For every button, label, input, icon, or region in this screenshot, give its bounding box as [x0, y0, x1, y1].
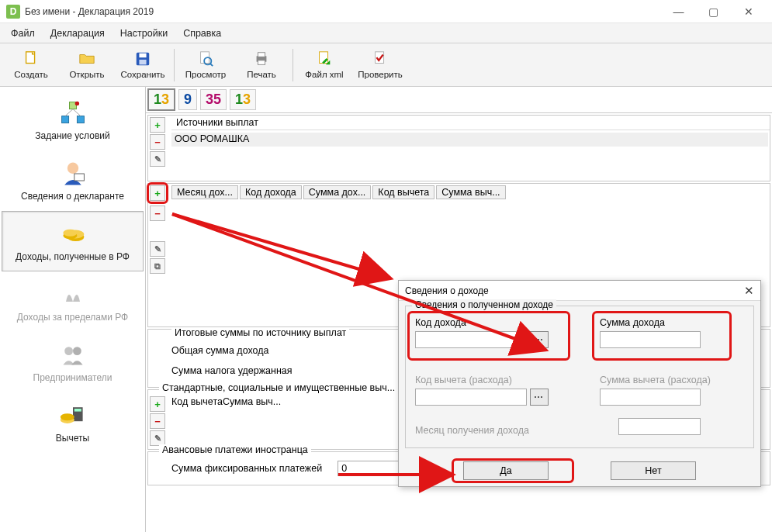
toolbar-xml[interactable]: Файл xml [296, 46, 352, 85]
toolbar-print-label: Печать [247, 70, 276, 79]
sources-header: Источники выплат [171, 116, 770, 130]
svg-point-17 [74, 102, 78, 105]
print-icon [251, 50, 272, 67]
window-controls: — ▢ ✕ [661, 0, 766, 23]
income-code-input[interactable] [415, 331, 527, 348]
svg-rect-27 [74, 409, 81, 412]
source-row-1[interactable]: ООО РОМАШКА [171, 133, 768, 147]
col-income-sum[interactable]: Сумма дох... [303, 185, 372, 199]
svg-rect-2 [139, 54, 146, 58]
dialog-cancel-button[interactable]: Нет [611, 461, 696, 480]
deduction-sum-label: Сумма вычета (расхода) [600, 375, 711, 385]
nav-income-foreign-label: Доходы за пределами РФ [17, 312, 128, 323]
income-foreign-icon [59, 281, 87, 309]
maximize-button[interactable]: ▢ [696, 0, 731, 23]
toolbar-preview[interactable]: Просмотр [178, 46, 234, 85]
col-deduction-sum[interactable]: Сумма выч... [436, 185, 505, 199]
toolbar-separator [174, 49, 175, 81]
sources-remove-button[interactable]: − [150, 134, 165, 150]
toolbar-save-label: Сохранить [120, 70, 164, 79]
deduction-code-picker-button[interactable]: ⋯ [530, 389, 549, 406]
open-folder-icon [77, 50, 97, 67]
details-edit-button[interactable]: ✎ [150, 241, 165, 257]
declarant-icon [59, 160, 87, 188]
summary-legend: Итоговые суммы по источнику выплат [171, 327, 349, 338]
tab-13b[interactable]: 13 [230, 89, 256, 110]
app-icon: D [6, 5, 20, 19]
toolbar-check[interactable]: Проверить [352, 46, 408, 85]
nav-deductions[interactable]: Вычеты [2, 392, 144, 453]
titlebar: D Без имени - Декларация 2019 — ▢ ✕ [0, 0, 772, 23]
col-deduction-code[interactable]: Код вычета [372, 185, 434, 199]
svg-rect-3 [139, 60, 146, 64]
tab-9[interactable]: 9 [178, 89, 197, 110]
col-income-code[interactable]: Код дохода [240, 185, 302, 199]
dialog-close-button[interactable]: ✕ [744, 284, 754, 298]
menu-help[interactable]: Справка [177, 26, 227, 41]
std-add-button[interactable]: + [150, 396, 165, 412]
nav-declarant[interactable]: Сведения о декларанте [2, 150, 144, 211]
menu-file[interactable]: Файл [5, 26, 41, 41]
income-sum-input[interactable] [600, 331, 701, 348]
details-copy-button[interactable]: ⧉ [150, 258, 165, 274]
advance-label: Сумма фиксированных платежей [171, 463, 322, 474]
minimize-button[interactable]: — [661, 0, 696, 23]
nav-income-rf[interactable]: Доходы, полученные в РФ [2, 211, 144, 271]
svg-point-23 [63, 230, 77, 237]
toolbar-open-label: Открыть [69, 70, 104, 79]
details-remove-button[interactable]: − [150, 206, 165, 221]
income-dialog: Сведения о доходе ✕ Сведения о полученно… [398, 280, 761, 487]
svg-line-16 [73, 109, 81, 116]
close-button[interactable]: ✕ [731, 0, 766, 23]
details-add-button[interactable]: + [150, 185, 165, 201]
entrepreneurs-icon [59, 341, 87, 369]
toolbar-create-label: Создать [14, 70, 48, 79]
preview-icon [196, 50, 216, 67]
dialog-ok-button[interactable]: Да [463, 461, 549, 480]
tab-35[interactable]: 35 [200, 89, 227, 110]
tab-13a[interactable]: 13 [147, 88, 175, 111]
svg-point-18 [67, 163, 78, 174]
toolbar-create[interactable]: Создать [3, 46, 59, 85]
svg-point-29 [60, 413, 74, 420]
conditions-icon [59, 99, 87, 127]
std-legend: Стандартные, социальные и имущественные … [159, 382, 398, 393]
svg-rect-9 [258, 60, 265, 65]
income-code-picker-button[interactable]: ⋯ [530, 331, 549, 348]
toolbar-open[interactable]: Открыть [59, 46, 115, 85]
nav-entrepreneurs[interactable]: Предприниматели [2, 332, 144, 392]
month-input [618, 418, 701, 435]
std-remove-button[interactable]: − [150, 413, 165, 429]
col-month[interactable]: Месяц дох... [171, 185, 238, 199]
menu-declaration[interactable]: Декларация [44, 26, 111, 41]
save-icon [133, 50, 153, 67]
nav-entrepreneurs-label: Предприниматели [33, 372, 113, 383]
toolbar-preview-label: Просмотр [185, 70, 227, 79]
dialog-titlebar: Сведения о доходе ✕ [399, 281, 760, 301]
toolbar-print[interactable]: Печать [234, 46, 289, 85]
nav-deductions-label: Вычеты [56, 433, 89, 444]
nav-conditions-label: Задание условий [35, 130, 109, 141]
window-title: Без имени - Декларация 2019 [25, 6, 154, 17]
toolbar-separator [293, 49, 293, 81]
nav-conditions[interactable]: Задание условий [2, 90, 144, 150]
sources-add-button[interactable]: + [150, 117, 165, 133]
std-edit-button[interactable]: ✎ [150, 430, 165, 446]
nav-declarant-label: Сведения о декларанте [21, 191, 124, 202]
check-icon [370, 50, 390, 67]
svg-point-25 [73, 347, 81, 355]
menu-settings[interactable]: Настройки [114, 26, 174, 41]
sources-edit-button[interactable]: ✎ [150, 151, 165, 167]
income-sum-label: Сумма дохода [600, 317, 701, 328]
deduction-code-label: Код вычета (расхода) [415, 375, 549, 385]
std-col-code[interactable]: Код вычета [171, 396, 223, 407]
svg-rect-8 [258, 53, 265, 57]
toolbar-save[interactable]: Сохранить [115, 46, 171, 85]
std-col-sum[interactable]: Сумма выч... [223, 396, 281, 407]
nav-income-foreign[interactable]: Доходы за пределами РФ [2, 271, 144, 332]
rate-tabs: 13 9 35 13 [146, 87, 772, 113]
toolbar-xml-label: Файл xml [305, 70, 343, 79]
svg-line-15 [65, 109, 73, 116]
svg-rect-12 [61, 116, 68, 123]
xml-file-icon [314, 50, 334, 67]
